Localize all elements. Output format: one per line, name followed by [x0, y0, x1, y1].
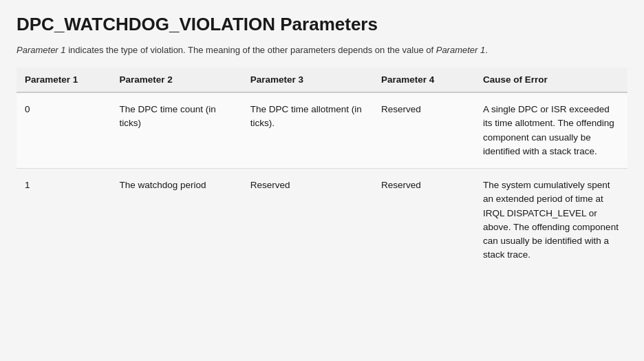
cell-param1: 0: [17, 92, 111, 169]
cell-param4: Reserved: [373, 92, 475, 169]
table-row: 1The watchdog periodReservedReservedThe …: [17, 169, 627, 272]
cell-cause: A single DPC or ISR exceeded its time al…: [475, 92, 627, 169]
intro-param1-ref2: Parameter 1: [436, 45, 486, 55]
parameters-table: Parameter 1 Parameter 2 Parameter 3 Para…: [17, 68, 627, 272]
cell-param1: 1: [17, 169, 111, 272]
header-param2: Parameter 2: [111, 68, 242, 92]
cell-param2: The watchdog period: [111, 169, 242, 272]
header-param3: Parameter 3: [242, 68, 373, 92]
cell-param3: Reserved: [242, 169, 373, 272]
header-param1: Parameter 1: [17, 68, 111, 92]
intro-middle: indicates the type of violation. The mea…: [66, 45, 436, 55]
table-header-row: Parameter 1 Parameter 2 Parameter 3 Para…: [17, 68, 627, 92]
cell-param3: The DPC time allotment (in ticks).: [242, 92, 373, 169]
cell-cause: The system cumulatively spent an extende…: [475, 169, 627, 272]
cell-param2: The DPC time count (in ticks): [111, 92, 242, 169]
intro-param1-ref: Parameter 1: [17, 45, 66, 55]
header-param4: Parameter 4: [373, 68, 475, 92]
cell-param4: Reserved: [373, 169, 475, 272]
intro-paragraph: Parameter 1 indicates the type of violat…: [17, 45, 627, 55]
header-cause: Cause of Error: [475, 68, 627, 92]
table-row: 0The DPC time count (in ticks)The DPC ti…: [17, 92, 627, 169]
intro-end: .: [485, 45, 488, 55]
page-title: DPC_WATCHDOG_VIOLATION Parameters: [17, 14, 627, 35]
